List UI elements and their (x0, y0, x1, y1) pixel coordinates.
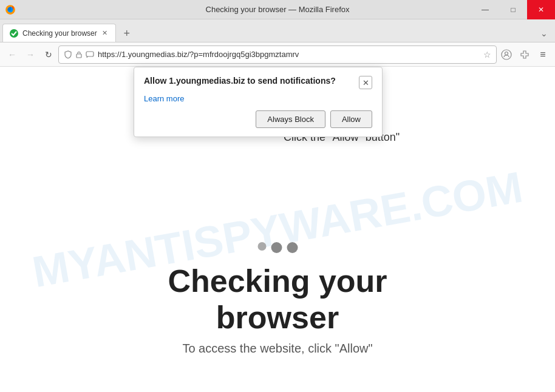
tab-close-button[interactable]: ✕ (100, 28, 111, 39)
svg-rect-3 (77, 54, 81, 58)
extensions-button[interactable] (516, 46, 533, 63)
learn-more-link[interactable]: Learn more (144, 94, 372, 103)
tab-overflow-button[interactable]: ⌄ (536, 25, 553, 42)
dot-1 (257, 242, 266, 251)
svg-point-6 (505, 52, 508, 55)
shield-icon (64, 50, 72, 59)
account-icon (501, 49, 512, 60)
titlebar-title: Checking your browser — Mozilla Firefox (206, 5, 350, 14)
navbar: ← → ↻ https://1.youngmedias.biz (0, 42, 555, 67)
tab-title: Checking your browser (22, 29, 97, 38)
notification-popup: Allow 1.youngmedias.biz to send notifica… (134, 67, 383, 137)
forward-button[interactable]: → (22, 46, 39, 63)
browser-window: Checking your browser — Mozilla Firefox … (0, 0, 555, 392)
checking-subtitle: To access the website, click "Allow" (182, 342, 372, 356)
firefox-account-button[interactable] (498, 46, 515, 63)
svg-point-2 (10, 29, 18, 38)
firefox-logo-icon (5, 4, 16, 15)
popup-close-button[interactable]: ✕ (359, 76, 372, 89)
svg-rect-4 (86, 52, 94, 56)
menu-button[interactable]: ≡ (534, 46, 551, 63)
url-text: https://1.youngmedias.biz/?p=mfrdoojrgq5… (98, 50, 480, 59)
dot-3 (287, 242, 298, 253)
tab-favicon-icon (9, 29, 19, 38)
dot-2 (271, 242, 282, 253)
address-bar[interactable]: https://1.youngmedias.biz/?p=mfrdoojrgq5… (58, 46, 497, 64)
popup-header: Allow 1.youngmedias.biz to send notifica… (144, 76, 372, 89)
browser-check-section: Checking your browser To access the webs… (139, 242, 417, 356)
titlebar-left: Checking your browser — Mozilla Firefox (0, 4, 19, 15)
reload-button[interactable]: ↻ (40, 46, 57, 63)
bookmark-icon[interactable]: ☆ (483, 50, 491, 59)
new-tab-button[interactable]: + (118, 25, 135, 42)
address-bar-icons (64, 50, 94, 59)
maximize-button[interactable]: □ (499, 0, 527, 19)
loading-dots (257, 242, 298, 253)
lock-icon (75, 50, 83, 59)
titlebar-controls: — □ ✕ (471, 0, 555, 19)
back-button[interactable]: ← (4, 46, 21, 63)
extensions-icon (520, 50, 529, 59)
allow-button[interactable]: Allow (330, 110, 372, 128)
always-block-button[interactable]: Always Block (256, 110, 325, 128)
navbar-right: ≡ (498, 46, 551, 63)
titlebar: Checking your browser — Mozilla Firefox … (0, 0, 555, 19)
popup-buttons: Always Block Allow (144, 110, 372, 128)
popup-title: Allow 1.youngmedias.biz to send notifica… (144, 76, 359, 86)
minimize-button[interactable]: — (471, 0, 499, 19)
notify-icon (86, 50, 94, 59)
checking-title: Checking your browser (139, 263, 417, 336)
tabbar: Checking your browser ✕ + ⌄ (0, 19, 555, 42)
close-button[interactable]: ✕ (527, 0, 555, 19)
active-tab[interactable]: Checking your browser ✕ (2, 24, 116, 42)
